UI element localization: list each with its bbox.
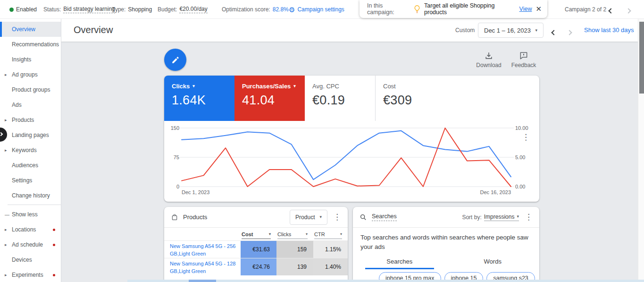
sidebar-item-label: Ads (12, 102, 61, 108)
feedback-label: Feedback (511, 62, 536, 68)
feedback-button[interactable]: Feedback (510, 51, 538, 68)
notification-dot (53, 229, 55, 231)
sidebar-item-locations[interactable]: ▸Locations (0, 222, 61, 237)
product-selector-dropdown[interactable]: Product ▾ (290, 210, 327, 225)
edit-campaign-fab[interactable] (164, 49, 186, 71)
expand-arrow-icon: ▸ (5, 118, 12, 122)
products-card: Products Product ▾ ⋮ Cost▾Clicks▾CTR▾ Ne… (164, 207, 348, 282)
close-icon[interactable]: ✕ (535, 5, 542, 13)
product-link[interactable]: New Samsung A54 5G - 128 GB,Light Green (164, 258, 241, 275)
enabled-status[interactable]: Enabled (9, 0, 37, 19)
toast-view-link[interactable]: View (519, 6, 532, 12)
sidebar-item-overview[interactable]: Overview (0, 22, 61, 37)
sidebar-item-ad-schedule[interactable]: ▸Ad schedule (0, 237, 61, 252)
metric-label: Purchases/Sales▾ (242, 83, 305, 90)
sidebar-item-devices[interactable]: Devices (0, 252, 61, 267)
sidebar-item-experiments[interactable]: ▸Experiments (0, 267, 61, 282)
chevron-right-icon (0, 132, 3, 136)
metric-card-clicks[interactable]: Clicks▾1.64K (164, 76, 234, 121)
sidebar-item-change-history[interactable]: Change history (0, 188, 61, 203)
products-card-header: Products Product ▾ ⋮ (164, 207, 348, 228)
metric-label: Cost (383, 83, 445, 90)
metric-card-cost[interactable]: Cost€309 (375, 76, 445, 121)
status-group: Status: Bid strategy learning (43, 0, 115, 19)
searches-card-title[interactable]: Searches (372, 213, 397, 221)
sidebar-item-landing-pages[interactable]: ▸Landing pages (0, 128, 61, 143)
chevron-down-icon: ▾ (517, 214, 519, 219)
sidebar-item-label: Devices (12, 256, 61, 263)
budget-label: Budget: (158, 6, 177, 13)
page-header: Overview Custom Dec 1 – 16, 2023 ▾ Show … (61, 19, 638, 42)
enabled-label: Enabled (16, 6, 37, 13)
date-range-value: Dec 1 – 16, 2023 (484, 27, 531, 34)
metric-value: €0.19 (312, 93, 375, 108)
chevron-down-icon: ▾ (319, 215, 322, 219)
horizontal-scrollbar-thumb[interactable] (189, 280, 216, 282)
chevron-right-icon (567, 30, 572, 35)
in-this-campaign-toast: In this campaign: Target all eligible Sh… (360, 0, 547, 18)
optimization-score-value[interactable]: 82.8% (273, 6, 289, 13)
sidebar-item-products[interactable]: ▸Products (0, 112, 61, 128)
sort-by-label: Sort by: (462, 214, 481, 221)
metric-card-avg-cpc[interactable]: Avg. CPC€0.19 (305, 76, 375, 121)
date-range-dropdown[interactable]: Dec 1 – 16, 2023 ▾ (478, 23, 544, 38)
sidebar-item-label: Locations (12, 226, 53, 233)
status-value[interactable]: Bid strategy learning (63, 6, 115, 13)
sidebar-item-product-groups[interactable]: Product groups (0, 82, 61, 97)
x-axis-label-start: Dec 1, 2023 (182, 189, 209, 195)
show-last-30-days-link[interactable]: Show last 30 days (584, 26, 634, 34)
sidebar-item-label: Insights (12, 56, 61, 63)
sidebar-item-label: Ad schedule (12, 241, 53, 248)
chevron-down-icon: ▾ (306, 232, 308, 236)
sidebar-item-ads[interactable]: Ads (0, 97, 61, 112)
sidebar-item-label: Landing pages (12, 132, 61, 138)
type-group: Type: Shopping (112, 0, 152, 19)
vertical-scrollbar-thumb[interactable] (639, 22, 644, 94)
tab-searches[interactable]: Searches (353, 256, 446, 269)
product-selector-value: Product (295, 214, 315, 221)
sidebar-item-label: Settings (12, 177, 61, 184)
y-axis-tick-right: 0.00 (515, 184, 537, 189)
sidebar-item-ad-groups[interactable]: ▸Ad groups (0, 67, 61, 82)
sidebar-item-settings[interactable]: Settings (0, 173, 61, 188)
chevron-down-icon: ▾ (269, 232, 271, 236)
clicks-cell: 139 (276, 258, 313, 275)
previous-date-range-button[interactable] (552, 28, 556, 36)
y-axis-tick-right: 5.00 (515, 154, 537, 160)
next-campaign-button[interactable] (627, 8, 630, 14)
tab-words[interactable]: Words (446, 256, 540, 269)
campaign-settings-button[interactable]: ⚙ Campaign settings (289, 0, 344, 19)
column-header-clicks[interactable]: Clicks▾ (277, 231, 308, 239)
products-column-headers: Cost▾Clicks▾CTR▾ (164, 228, 348, 240)
cost-cell: €24.76 (241, 258, 276, 275)
product-link[interactable]: New Samsung A54 5G - 256 GB,Light Green (164, 241, 241, 258)
sidebar-item-label: Product groups (12, 86, 61, 93)
sidebar-item-label: Products (12, 117, 61, 123)
sidebar-item-audiences[interactable]: Audiences (0, 158, 61, 173)
sidebar-item-keywords[interactable]: ▸Keywords (0, 143, 61, 158)
download-button[interactable]: Download (475, 51, 503, 68)
budget-value[interactable]: €20.00/day (179, 6, 207, 13)
expand-arrow-icon: ▸ (5, 148, 12, 153)
overflow-menu-icon[interactable]: ⋮ (333, 213, 341, 221)
type-value: Shopping (128, 6, 152, 13)
enabled-dot-icon (9, 8, 14, 12)
vertical-scrollbar (638, 19, 644, 282)
sidebar-item-recommendations[interactable]: Recommendations (0, 37, 61, 52)
gear-icon: ⚙ (289, 6, 295, 13)
column-header-ctr[interactable]: CTR▾ (314, 231, 342, 239)
expand-arrow-icon: ▸ (5, 72, 12, 77)
column-header-cost[interactable]: Cost▾ (242, 231, 271, 239)
y-axis-tick-right: 10.00 (515, 125, 537, 131)
sidebar-item-label: Audiences (12, 162, 61, 169)
chevron-down-icon: ▾ (340, 232, 342, 236)
chevron-down-icon: ▾ (293, 84, 296, 88)
sidebar-item-insights[interactable]: Insights (0, 52, 61, 67)
overflow-menu-icon[interactable]: ⋮ (525, 213, 533, 221)
sort-by-dropdown[interactable]: Impressions ▾ (484, 214, 519, 221)
metric-value: €309 (383, 93, 445, 108)
previous-campaign-button[interactable] (609, 8, 613, 14)
next-date-range-button[interactable] (568, 28, 571, 36)
metric-card-purchases-sales[interactable]: Purchases/Sales▾41.04 (234, 76, 305, 121)
sidebar-item-show-less[interactable]: —Show less (0, 207, 61, 222)
